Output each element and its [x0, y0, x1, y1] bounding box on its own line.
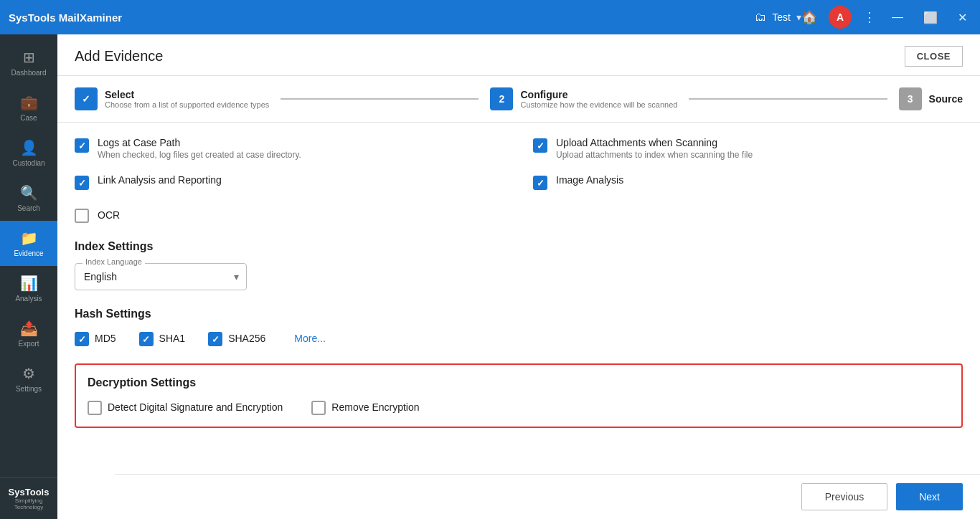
option-label-link: Link Analysis and Reporting	[98, 174, 222, 186]
previous-button[interactable]: Previous	[801, 483, 887, 510]
step-2-info: Configure Customize how the evidence wil…	[520, 89, 677, 109]
index-language-select[interactable]: English Spanish French German Chinese	[75, 264, 246, 290]
checkbox-remove-encryption[interactable]	[311, 401, 326, 415]
content-area: Logs at Case Path When checked, log file…	[57, 123, 980, 519]
step-connector-1	[281, 98, 479, 100]
checkbox-logs-at-case-path[interactable]	[75, 138, 89, 153]
avatar[interactable]: A	[829, 6, 852, 29]
page-title: Add Evidence	[75, 48, 163, 65]
sidebar-label-export: Export	[19, 340, 39, 348]
remove-label: Remove Encryption	[331, 401, 419, 413]
stepper: ✓ Select Choose from a list of supported…	[57, 76, 980, 123]
ocr-label: OCR	[98, 209, 120, 221]
option-info-logs: Logs at Case Path When checked, log file…	[98, 137, 301, 160]
decryption-item-detect: Detect Digital Signature and Encryption	[88, 399, 283, 415]
index-settings-title: Index Settings	[75, 240, 963, 253]
decryption-item-remove: Remove Encryption	[311, 399, 419, 415]
checkbox-link-analysis[interactable]	[75, 176, 89, 190]
sidebar-logo: SysTools Simplifying Technology	[0, 477, 57, 519]
hash-label-sha1: SHA1	[159, 333, 186, 344]
detect-label: Detect Digital Signature and Encryption	[108, 401, 283, 413]
footer: Previous Next	[115, 474, 980, 519]
step-1-number: ✓	[75, 87, 98, 110]
next-button[interactable]: Next	[896, 483, 963, 510]
step-1-label: Select	[105, 89, 269, 100]
topbar: SysTools MailXaminer 🗂 Test ▾ 🏠 A ⋮ — ⬜ …	[0, 0, 980, 34]
logo-subtitle: Simplifying Technology	[6, 497, 52, 510]
more-icon[interactable]: ⋮	[863, 9, 876, 25]
checkbox-upload-attachments[interactable]	[533, 138, 547, 153]
checkbox-ocr[interactable]	[75, 209, 89, 223]
step-1-info: Select Choose from a list of supported e…	[105, 89, 269, 109]
step-2-number: 2	[490, 87, 513, 110]
dashboard-icon: ⊞	[23, 49, 35, 66]
option-logs-at-case-path: Logs at Case Path When checked, log file…	[75, 137, 504, 160]
main-content: Add Evidence CLOSE ✓ Select Choose from …	[57, 34, 980, 519]
decryption-row: Detect Digital Signature and Encryption …	[88, 399, 950, 415]
step-1: ✓ Select Choose from a list of supported…	[75, 87, 269, 110]
minimize-button[interactable]: —	[887, 8, 908, 27]
case-selector[interactable]: 🗂 Test ▾	[755, 11, 801, 24]
home-icon[interactable]: 🏠	[801, 9, 817, 25]
search-icon: 🔍	[20, 184, 38, 201]
sidebar-item-analysis[interactable]: 📊 Analysis	[0, 266, 57, 311]
sidebar-label-search: Search	[17, 204, 40, 212]
sidebar-item-custodian[interactable]: 👤 Custodian	[0, 130, 57, 176]
hash-item-sha256: SHA256	[208, 330, 265, 346]
case-dropdown-icon: ▾	[796, 11, 801, 23]
option-desc-upload: Upload attachments to index when scannin…	[556, 150, 753, 160]
step-connector-2	[689, 98, 887, 100]
decryption-settings-section: Decryption Settings Detect Digital Signa…	[75, 363, 963, 428]
step-2-label: Configure	[520, 89, 677, 100]
hash-item-sha1: SHA1	[139, 330, 186, 346]
option-image-analysis: Image Analysis	[533, 174, 963, 190]
sidebar-item-dashboard[interactable]: ⊞ Dashboard	[0, 40, 57, 85]
option-info-upload: Upload Attachments when Scanning Upload …	[556, 137, 753, 160]
sidebar-item-search[interactable]: 🔍 Search	[0, 176, 57, 221]
option-link-analysis: Link Analysis and Reporting	[75, 174, 504, 190]
checkbox-image-analysis[interactable]	[533, 176, 547, 190]
hash-label-md5: MD5	[95, 333, 116, 344]
step-3-label: Source	[929, 93, 963, 105]
case-icon: 🗂	[755, 11, 766, 24]
decryption-settings-title: Decryption Settings	[88, 376, 950, 389]
maximize-button[interactable]: ⬜	[919, 8, 942, 27]
option-label-image: Image Analysis	[556, 174, 623, 186]
more-hash-link[interactable]: More...	[294, 333, 326, 344]
export-icon: 📤	[20, 320, 38, 337]
close-button[interactable]: CLOSE	[905, 46, 963, 67]
logo-text: SysTools	[6, 487, 52, 497]
analysis-icon: 📊	[20, 275, 38, 292]
hash-settings-section: Hash Settings MD5 SHA1 SHA256 More...	[75, 308, 963, 346]
checkbox-sha256[interactable]	[208, 332, 222, 346]
index-settings-section: Index Settings Index Language English Sp…	[75, 240, 963, 290]
sidebar-item-evidence[interactable]: 📁 Evidence	[0, 221, 57, 266]
evidence-icon: 📁	[20, 229, 38, 247]
hash-row: MD5 SHA1 SHA256 More...	[75, 330, 963, 346]
options-grid: Logs at Case Path When checked, log file…	[75, 137, 963, 190]
checkbox-md5[interactable]	[75, 332, 89, 346]
sidebar-label-dashboard: Dashboard	[11, 69, 47, 77]
hash-label-sha256: SHA256	[228, 333, 265, 344]
checkbox-sha1[interactable]	[139, 332, 154, 346]
step-3-info: Source	[929, 93, 963, 105]
hash-settings-title: Hash Settings	[75, 308, 963, 320]
option-info-link: Link Analysis and Reporting	[98, 174, 222, 186]
checkbox-detect-digital-signature[interactable]	[88, 401, 102, 415]
sidebar-item-export[interactable]: 📤 Export	[0, 311, 57, 356]
case-name: Test	[772, 11, 791, 23]
sidebar-item-case[interactable]: 💼 Case	[0, 85, 57, 130]
step-2: 2 Configure Customize how the evidence w…	[490, 87, 677, 110]
topbar-right: 🏠 A ⋮ — ⬜ ✕	[801, 6, 971, 29]
sidebar-label-evidence: Evidence	[14, 249, 43, 257]
page-header: Add Evidence CLOSE	[57, 34, 980, 76]
window-close-button[interactable]: ✕	[953, 8, 971, 27]
step-2-desc: Customize how the evidence will be scann…	[520, 100, 677, 109]
step-1-check: ✓	[82, 93, 90, 105]
sidebar-item-settings[interactable]: ⚙ Settings	[0, 356, 57, 401]
option-label-upload: Upload Attachments when Scanning	[556, 137, 753, 148]
option-info-image: Image Analysis	[556, 174, 623, 186]
step-1-desc: Choose from a list of supported evidence…	[105, 100, 269, 109]
sidebar: ⊞ Dashboard 💼 Case 👤 Custodian 🔍 Search …	[0, 34, 57, 519]
index-language-float-label: Index Language	[83, 257, 145, 266]
